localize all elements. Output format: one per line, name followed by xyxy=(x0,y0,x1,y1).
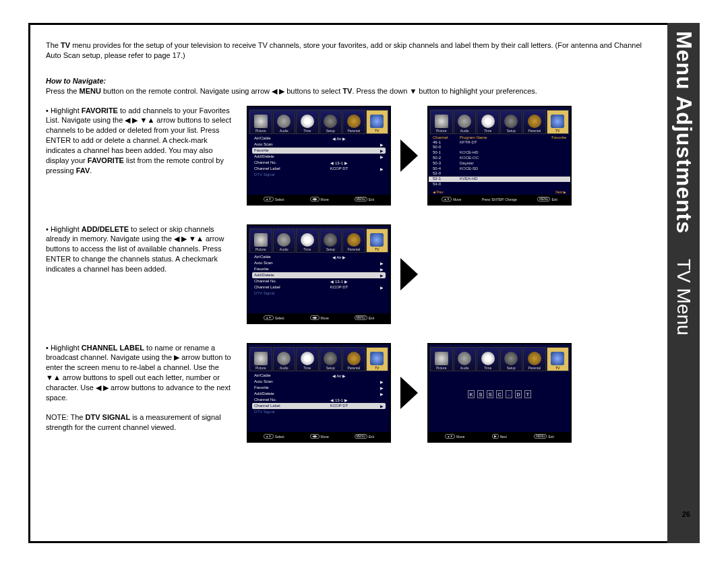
osd-menu-item: Add/Delete▶ xyxy=(252,391,386,397)
arrow-right-icon xyxy=(400,139,418,172)
osd-menu-item: DTV Signal xyxy=(252,172,386,177)
osd-add-delete-menu: PictureAudioTimeSetupParentalTVAir/Cable… xyxy=(247,224,391,324)
section-channel-label: • Highlight CHANNEL LABEL to name or ren… xyxy=(46,343,654,443)
osd-tab-audio: Audio xyxy=(454,110,477,134)
osd-menu-item: Favorite▶ xyxy=(252,148,386,154)
osd-menu-item: Auto Scan▶ xyxy=(252,379,386,385)
intro-paragraph: The TV menu provides for the setup of yo… xyxy=(46,40,654,61)
page-number: 26 xyxy=(682,510,690,518)
osd-menu-item: Channel No.◀ 13-1 ▶ xyxy=(252,397,386,403)
osd-favorite-menu: PictureAudioTimeSetupParentalTVAir/Cable… xyxy=(247,106,391,206)
osd-tab-parental: Parental xyxy=(342,228,365,253)
side-subtitle: TV Menu xyxy=(673,259,694,336)
osd-menu-item: Add/Delete▶ xyxy=(252,154,386,160)
osd-tab-picture: Picture xyxy=(249,347,272,371)
osd-tab-parental: Parental xyxy=(342,347,365,371)
side-tab: Menu Adjustments TV Menu xyxy=(667,23,700,543)
osd-tab-tv: TV xyxy=(366,228,389,253)
osd-tab-time: Time xyxy=(477,110,499,134)
channel-label-text: • Highlight CHANNEL LABEL to name or ren… xyxy=(46,343,235,443)
section-add-delete: • Highlight ADD/DELETE to select or skip… xyxy=(46,224,654,324)
osd-tab-time: Time xyxy=(477,347,499,371)
osd-tab-parental: Parental xyxy=(342,110,365,134)
osd-tab-picture: Picture xyxy=(249,110,272,134)
osd-menu-item: Air/Cable◀ Air ▶ xyxy=(252,135,386,142)
osd-menu-item: Favorite▶ xyxy=(252,385,386,391)
favorite-row: 50-1KOCE-HD xyxy=(429,150,570,156)
favorite-row: 52-0 xyxy=(429,171,570,177)
arrow-right-icon xyxy=(400,258,418,290)
label-input-boxes: KSSC-DT xyxy=(468,390,531,398)
osd-tab-audio: Audio xyxy=(454,347,477,371)
osd-tab-setup: Setup xyxy=(320,228,342,253)
osd-menu-item: Add/Delete▶ xyxy=(252,272,386,278)
favorite-row: 50-2KOCE-OC xyxy=(429,156,570,161)
nav-instructions: Press the MENU button on the remote cont… xyxy=(46,86,654,96)
osd-menu-item: Auto Scan▶ xyxy=(252,260,386,266)
osd-tab-setup: Setup xyxy=(500,347,523,371)
osd-tab-tv: TV xyxy=(366,110,389,134)
add-delete-text: • Highlight ADD/DELETE to select or skip… xyxy=(46,224,235,324)
osd-menu-item: DTV Signal xyxy=(252,290,386,296)
osd-menu-item: DTV Signal xyxy=(252,409,386,414)
favorite-row: 50-0 xyxy=(429,145,570,150)
osd-menu-item: Channel LabelKCOP DT▶ xyxy=(252,403,386,409)
osd-tab-setup: Setup xyxy=(500,110,523,134)
osd-menu-item: Auto Scan▶ xyxy=(252,142,386,148)
osd-menu-item: Air/Cable◀ Air ▶ xyxy=(252,254,386,260)
osd-label-editor: PictureAudioTimeSetupParentalTVKSSC-DT▲▼… xyxy=(427,343,572,443)
favorite-row: 52-1KVEA-HD xyxy=(429,177,570,182)
osd-tab-setup: Setup xyxy=(320,110,342,134)
osd-tab-audio: Audio xyxy=(273,110,296,134)
favorite-text: • Highlight FAVORITE to add channels to … xyxy=(46,106,235,206)
osd-menu-item: Channel No.◀ 13-1 ▶ xyxy=(252,160,386,166)
arrow-right-icon xyxy=(400,377,418,409)
osd-menu-item: Channel LabelKCOP DT▶ xyxy=(252,166,386,172)
osd-tab-picture: Picture xyxy=(249,228,272,253)
osd-menu-item: Channel No.◀ 13-1 ▶ xyxy=(252,278,386,284)
osd-tab-tv: TV xyxy=(366,347,389,371)
osd-tab-time: Time xyxy=(296,347,319,371)
content-area: The TV menu provides for the setup of yo… xyxy=(46,40,654,528)
osd-tab-tv: TV xyxy=(547,110,570,134)
osd-tab-audio: Audio xyxy=(273,228,296,253)
osd-tab-time: Time xyxy=(296,110,319,134)
osd-menu-item: Channel LabelKCOP DT▶ xyxy=(252,284,386,290)
osd-tab-parental: Parental xyxy=(523,110,546,134)
osd-tab-setup: Setup xyxy=(320,347,342,371)
favorite-row: 50-3Daystar xyxy=(429,161,570,166)
favorite-row: 46-1KFTR-DT xyxy=(429,140,570,146)
osd-menu-item: Air/Cable◀ Air ▶ xyxy=(252,373,386,379)
favorite-row: 50-4KOCE-SD xyxy=(429,166,570,172)
osd-channel-label-menu: PictureAudioTimeSetupParentalTVAir/Cable… xyxy=(247,343,391,443)
osd-menu-item: Favorite▶ xyxy=(252,266,386,272)
section-favorite: • Highlight FAVORITE to add channels to … xyxy=(46,106,654,206)
how-to-navigate-heading: How to Navigate: xyxy=(46,77,654,85)
osd-tab-picture: Picture xyxy=(430,347,453,371)
osd-tab-tv: TV xyxy=(547,347,570,371)
osd-tab-picture: Picture xyxy=(430,110,453,134)
side-title: Menu Adjustments xyxy=(671,31,696,234)
favorite-row: 54-0 xyxy=(429,182,570,187)
osd-tab-time: Time xyxy=(296,228,319,253)
osd-tab-parental: Parental xyxy=(523,347,546,371)
osd-favorite-list: PictureAudioTimeSetupParentalTVChannelPr… xyxy=(427,106,572,206)
osd-tab-audio: Audio xyxy=(273,347,296,371)
